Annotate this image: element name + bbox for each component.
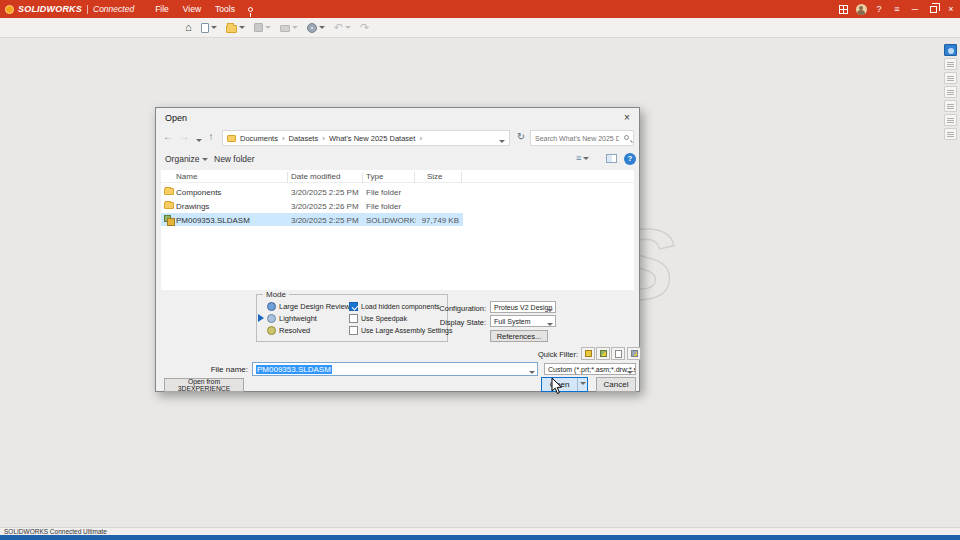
quick-filter-edit-button[interactable]	[627, 347, 641, 360]
apps-grid-button[interactable]	[834, 0, 852, 18]
options-gear-icon	[307, 23, 317, 33]
mode-option-large-design-review[interactable]: Large Design Review	[267, 301, 350, 312]
print-button[interactable]	[280, 23, 298, 32]
breadcrumb[interactable]: Documents › Datasets › What's New 2025 D…	[222, 130, 510, 146]
breadcrumb-item-documents[interactable]: Documents	[240, 134, 278, 143]
list-view-icon: ≡	[576, 154, 581, 163]
restore-button[interactable]	[924, 0, 942, 18]
checkbox-icon	[349, 314, 358, 323]
configuration-dropdown[interactable]: Proteus V2 Design	[490, 301, 556, 313]
restore-icon	[930, 6, 937, 13]
checkbox-label: Use Speedpak	[361, 315, 407, 322]
organize-caret-icon	[202, 158, 208, 164]
close-button[interactable]: ×	[942, 0, 960, 18]
file-list-header: Name Date modified Type Size	[161, 170, 634, 183]
search-box	[530, 130, 634, 146]
minimize-button[interactable]: ─	[906, 0, 924, 18]
breadcrumb-chevron-icon[interactable]: ›	[322, 134, 325, 143]
file-row-pm009353[interactable]: PM009353.SLDASM 3/20/2025 2:25 PM SOLIDW…	[161, 213, 463, 226]
mode-option-label: Large Design Review	[279, 302, 350, 311]
lightweight-icon	[267, 314, 276, 323]
new-document-button[interactable]	[201, 23, 217, 33]
dialog-help-icon: ?	[624, 153, 636, 165]
save-button[interactable]	[254, 23, 271, 32]
taskpane-forum-icon[interactable]	[944, 128, 957, 140]
pin-menu-icon[interactable]	[248, 7, 253, 12]
new-folder-button[interactable]: New folder	[214, 154, 255, 164]
search-input[interactable]	[531, 131, 619, 144]
nav-forward-button[interactable]: →	[177, 131, 191, 142]
file-type-cell: File folder	[366, 202, 416, 211]
preview-pane-button[interactable]	[606, 154, 617, 163]
open-dialog-close-button[interactable]: ×	[618, 110, 636, 125]
quick-filter-parts-button[interactable]	[581, 347, 595, 360]
home-button[interactable]: ⌂	[185, 22, 192, 33]
breadcrumb-dropdown-caret-icon[interactable]	[499, 140, 505, 146]
app-window: SOLIDWORKS Connected File View Tools ? ≡…	[0, 0, 960, 540]
checkbox-use-speedpak[interactable]: Use Speedpak	[349, 313, 407, 324]
organize-button[interactable]: Organize	[165, 154, 208, 164]
nav-history-caret-icon[interactable]	[196, 139, 202, 145]
file-name-caret-icon[interactable]	[529, 371, 535, 377]
more-menu-button[interactable]: ≡	[888, 0, 906, 18]
taskpane-custom-properties-icon[interactable]	[944, 114, 957, 126]
column-header-size[interactable]: Size	[427, 172, 443, 181]
change-view-button[interactable]: ≡	[576, 154, 589, 163]
options-button[interactable]	[307, 23, 325, 33]
folder-icon	[164, 202, 174, 209]
taskpane-appearances-icon[interactable]	[944, 100, 957, 112]
display-state-dropdown[interactable]: Full System	[490, 315, 556, 327]
nav-back-button[interactable]: ←	[161, 131, 175, 142]
file-name-cell: Components	[176, 188, 288, 197]
configuration-caret-icon	[547, 309, 553, 313]
mode-option-lightweight[interactable]: Lightweight	[267, 313, 317, 324]
taskpane-view-palette-icon[interactable]	[944, 86, 957, 98]
column-header-name[interactable]: Name	[176, 172, 197, 181]
open-dialog-titlebar[interactable]: Open ×	[156, 108, 639, 128]
file-row-components[interactable]: Components 3/20/2025 2:25 PM File folder	[161, 185, 463, 198]
file-name-input[interactable]: PM009353.SLDASM	[252, 362, 538, 376]
user-avatar[interactable]	[852, 0, 870, 18]
preview-pane-icon	[606, 154, 617, 163]
status-text: SOLIDWORKS Connected Ultimate	[4, 528, 107, 535]
file-type-dropdown[interactable]: Custom (*.prt;*.asm;*.drw;*.sld	[544, 363, 636, 375]
undo-button[interactable]: ↶	[334, 22, 351, 33]
nav-up-button[interactable]: ↑	[204, 131, 218, 142]
breadcrumb-item-dataset-folder[interactable]: What's New 2025 Dataset	[329, 134, 415, 143]
open-file-button[interactable]	[226, 23, 245, 33]
breadcrumb-chevron-icon[interactable]: ›	[282, 134, 285, 143]
configuration-value: Proteus V2 Design	[494, 304, 552, 311]
menu-view[interactable]: View	[176, 4, 208, 14]
breadcrumb-chevron-icon[interactable]: ›	[419, 134, 422, 143]
dialog-help-button[interactable]: ?	[624, 153, 636, 165]
filter-edit-icon	[631, 350, 638, 357]
brand-edition: Connected	[93, 4, 134, 14]
configuration-label: Configuration:	[414, 304, 486, 313]
open-caret-icon	[580, 382, 586, 388]
taskpane-file-explorer-icon[interactable]	[944, 72, 957, 84]
file-row-drawings[interactable]: Drawings 3/20/2025 2:26 PM File folder	[161, 199, 463, 212]
breadcrumb-item-datasets[interactable]: Datasets	[289, 134, 319, 143]
taskpane-3dexperience-icon[interactable]	[944, 44, 957, 56]
open-button[interactable]: Open	[541, 377, 588, 392]
taskpane-design-library-icon[interactable]	[944, 58, 957, 70]
menu-tools[interactable]: Tools	[208, 4, 242, 14]
open-from-3dexperience-button[interactable]: Open from 3DEXPERIENCE	[164, 378, 244, 392]
mode-option-resolved[interactable]: Resolved	[267, 325, 310, 336]
column-header-type[interactable]: Type	[366, 172, 383, 181]
open-split-caret[interactable]	[577, 378, 587, 391]
file-date-cell: 3/20/2025 2:26 PM	[291, 202, 363, 211]
apps-grid-icon	[839, 5, 848, 14]
cancel-button[interactable]: Cancel	[596, 377, 636, 392]
quick-filter-drawings-button[interactable]	[611, 347, 625, 360]
brand-name: SOLIDWORKS	[18, 4, 82, 14]
quick-filter-assemblies-button[interactable]	[596, 347, 610, 360]
help-button[interactable]: ?	[870, 0, 888, 18]
refresh-button[interactable]: ↻	[514, 131, 528, 142]
redo-button[interactable]: ↷	[360, 22, 369, 33]
references-button[interactable]: References...	[490, 330, 548, 342]
open-dialog-title: Open	[165, 113, 187, 123]
column-header-date-modified[interactable]: Date modified	[291, 172, 340, 181]
menu-file[interactable]: File	[148, 4, 176, 14]
display-state-label: Display State:	[414, 318, 486, 327]
